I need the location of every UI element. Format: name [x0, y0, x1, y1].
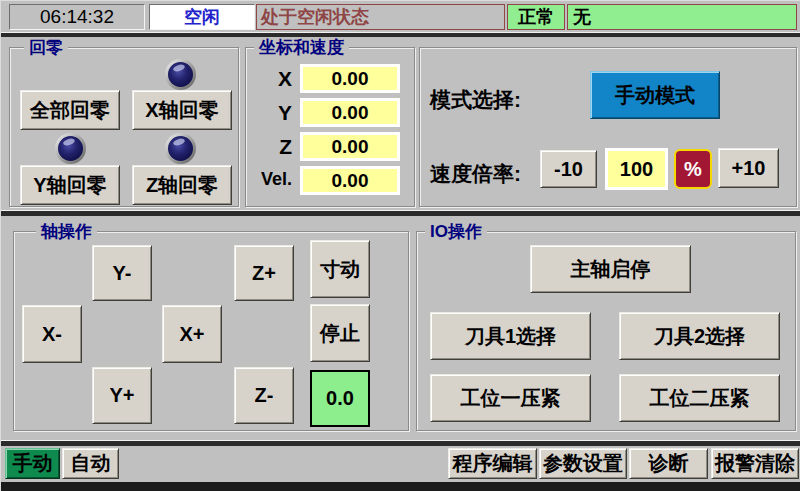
alarm-info-display: 无 — [567, 4, 797, 30]
z-home-led-indicator — [165, 133, 196, 164]
bottom-edge-strip — [1, 482, 800, 491]
middle-separator — [1, 210, 800, 216]
override-decrease-button[interactable]: -10 — [540, 150, 597, 188]
z-axis-label: Z — [246, 135, 292, 159]
station1-clamp-button[interactable]: 工位一压紧 — [430, 374, 591, 422]
jog-z-minus-button[interactable]: Z- — [234, 367, 294, 424]
hmi-screen: 06:14:32 空闲 处于空闲状态 正常 无 回零 全部回零 X轴回零 Y轴回… — [0, 0, 800, 491]
spindle-start-stop-button[interactable]: 主轴启停 — [530, 245, 691, 293]
jog-x-plus-button[interactable]: X+ — [162, 305, 222, 363]
clock-display: 06:14:32 — [9, 4, 145, 30]
top-separator — [1, 32, 800, 37]
jog-mode-button[interactable]: 寸动 — [310, 240, 370, 298]
station2-clamp-button[interactable]: 工位二压紧 — [619, 374, 780, 422]
jog-z-plus-button[interactable]: Z+ — [234, 245, 294, 301]
home-all-button[interactable]: 全部回零 — [20, 90, 120, 130]
axis-operation-panel: 轴操作 Y- Z+ 寸动 X- X+ 停止 Y+ Z- 0.0 — [13, 231, 409, 431]
machine-mode-display: 空闲 — [149, 4, 255, 30]
io-panel-title: IO操作 — [425, 222, 487, 241]
bottom-separator — [1, 440, 800, 446]
override-increase-button[interactable]: +10 — [718, 148, 779, 188]
axis-panel-title: 轴操作 — [36, 222, 97, 241]
mode-panel: 模式选择: 手动模式 速度倍率: -10 100 % +10 — [419, 47, 797, 207]
jog-y-plus-button[interactable]: Y+ — [92, 367, 152, 424]
nav-alarm-clear-button[interactable]: 报警清除 — [711, 448, 799, 479]
status-message-display: 处于空闲状态 — [256, 4, 505, 30]
homing-panel: 回零 全部回零 X轴回零 Y轴回零 Z轴回零 — [9, 47, 239, 207]
stop-button[interactable]: 停止 — [310, 304, 370, 362]
io-operation-panel: IO操作 主轴启停 刀具1选择 刀具2选择 工位一压紧 工位二压紧 — [416, 231, 796, 431]
home-z-button[interactable]: Z轴回零 — [132, 165, 232, 205]
nav-program-edit-button[interactable]: 程序编辑 — [448, 448, 537, 479]
nav-param-settings-button[interactable]: 参数设置 — [539, 448, 627, 479]
alarm-state-display: 正常 — [507, 4, 565, 30]
tool2-select-button[interactable]: 刀具2选择 — [619, 312, 780, 360]
y-axis-label: Y — [246, 101, 292, 125]
speed-override-label: 速度倍率: — [430, 160, 521, 188]
home-y-button[interactable]: Y轴回零 — [20, 165, 120, 205]
nav-diagnostics-button[interactable]: 诊断 — [629, 448, 708, 479]
home-x-button[interactable]: X轴回零 — [132, 90, 232, 130]
jog-step-value-field[interactable]: 0.0 — [310, 370, 370, 427]
velocity-label: Vel. — [246, 169, 292, 190]
y-home-led-indicator — [55, 133, 86, 164]
homing-panel-title: 回零 — [24, 38, 68, 57]
jog-x-minus-button[interactable]: X- — [22, 305, 82, 363]
velocity-display: 0.00 — [300, 166, 400, 195]
percent-sign-badge: % — [674, 149, 712, 189]
nav-manual-tab[interactable]: 手动 — [5, 448, 60, 479]
jog-y-minus-button[interactable]: Y- — [92, 245, 152, 301]
nav-auto-tab[interactable]: 自动 — [62, 448, 119, 479]
mode-select-button[interactable]: 手动模式 — [590, 71, 720, 119]
x-position-display: 0.00 — [300, 64, 400, 93]
z-position-display: 0.00 — [300, 132, 400, 161]
tool1-select-button[interactable]: 刀具1选择 — [430, 312, 591, 360]
x-axis-label: X — [246, 67, 292, 91]
coords-panel-title: 坐标和速度 — [254, 38, 349, 57]
mode-select-label: 模式选择: — [430, 86, 521, 114]
x-home-led-indicator — [165, 59, 196, 90]
override-value-display: 100 — [605, 148, 668, 190]
coords-panel: 坐标和速度 X 0.00 Y 0.00 Z 0.00 Vel. 0.00 — [245, 47, 415, 207]
y-position-display: 0.00 — [300, 98, 400, 127]
